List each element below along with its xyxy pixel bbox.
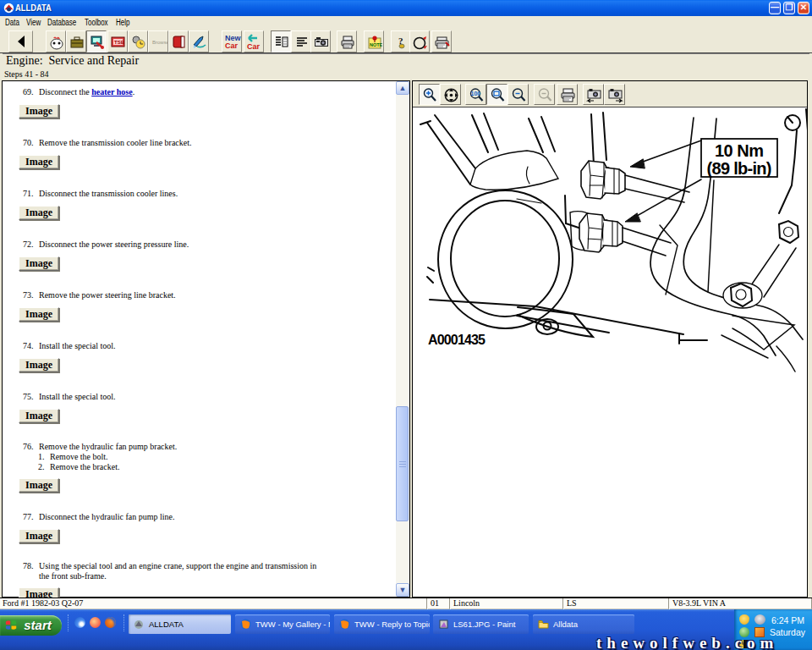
svg-text:100: 100 — [471, 91, 481, 96]
svg-text:10 Nm: 10 Nm — [715, 141, 764, 160]
svg-text:A0001435: A0001435 — [428, 333, 486, 347]
svg-text:(89 lb-in): (89 lb-in) — [707, 159, 772, 178]
